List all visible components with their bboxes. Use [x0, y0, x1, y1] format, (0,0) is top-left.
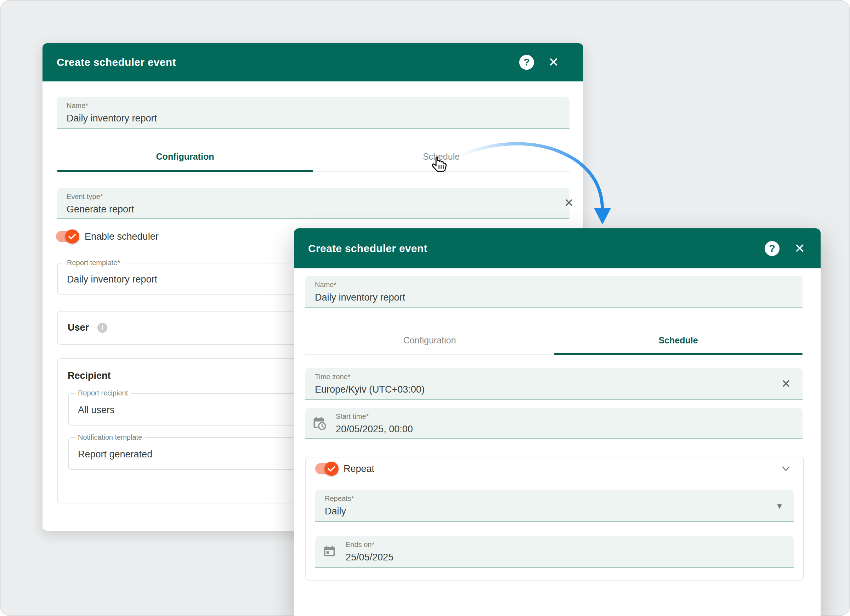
repeat-toggle-label: Repeat — [344, 463, 374, 474]
tab-configuration[interactable]: Configuration — [57, 151, 313, 162]
dialog-title: Create scheduler event — [57, 56, 176, 68]
repeat-toggle[interactable] — [315, 463, 337, 474]
question-mark-icon: ? — [524, 57, 530, 68]
event-type-label: Event type* — [67, 193, 103, 201]
check-icon — [328, 465, 335, 472]
close-icon: ✕ — [548, 55, 559, 69]
help-button[interactable]: ? — [519, 55, 534, 70]
close-icon: ✕ — [795, 241, 805, 256]
clear-icon[interactable]: ✕ — [564, 197, 574, 209]
time-zone-label: Time zone* — [315, 373, 350, 381]
report-template-value: Daily inventory report — [67, 274, 157, 285]
calendar-clock-icon — [312, 416, 327, 431]
time-zone-field[interactable]: Time zone* Europe/Kyiv (UTC+03:00) ✕ — [305, 368, 802, 400]
start-time-label: Start time* — [336, 413, 369, 420]
name-field-value: Daily inventory report — [67, 113, 157, 124]
notification-template-value: Report generated — [78, 449, 152, 460]
user-section-title: User — [67, 322, 89, 333]
recipient-section-title: Recipient — [67, 370, 111, 381]
enable-scheduler-label: Enable scheduler — [85, 231, 159, 242]
active-tab-indicator — [57, 170, 313, 172]
repeats-field[interactable]: Repeats* Daily ▼ — [315, 490, 794, 522]
close-button[interactable]: ✕ — [548, 56, 559, 69]
ends-on-label: Ends on* — [346, 541, 374, 549]
toggle-thumb — [65, 229, 79, 244]
create-scheduler-event-dialog-front: Create scheduler event ? ✕ Name* Daily i… — [294, 228, 821, 616]
info-icon[interactable]: i — [97, 323, 107, 333]
name-field-label: Name* — [67, 102, 88, 110]
question-mark-icon: ? — [769, 243, 775, 254]
repeats-label: Repeats* — [325, 495, 354, 503]
tab-schedule[interactable]: Schedule — [554, 335, 802, 345]
check-icon — [68, 233, 76, 240]
ends-on-field[interactable]: Ends on* 25/05/2025 — [315, 536, 794, 568]
ends-on-value: 25/05/2025 — [346, 552, 394, 563]
report-recipient-label: Report recipient — [75, 389, 131, 397]
start-time-field[interactable]: Start time* 20/05/2025, 00:00 — [305, 408, 802, 439]
notification-template-label: Notification template — [75, 433, 145, 441]
calendar-icon — [322, 544, 337, 559]
name-field-value: Daily inventory report — [315, 292, 405, 303]
event-type-value: Generate report — [67, 204, 134, 215]
dialog-header: Create scheduler event ? ✕ — [294, 228, 821, 268]
dropdown-arrow-icon[interactable]: ▼ — [776, 502, 783, 511]
repeats-value: Daily — [325, 506, 346, 517]
dialog-header: Create scheduler event ? ✕ — [42, 43, 583, 81]
enable-scheduler-toggle[interactable] — [56, 231, 77, 242]
name-field-label: Name* — [315, 281, 337, 289]
report-template-label: Report template* — [64, 259, 123, 267]
start-time-value: 20/05/2025, 00:00 — [336, 424, 413, 435]
app-background: Create scheduler event ? ✕ Name* Daily i… — [0, 0, 850, 616]
help-button[interactable]: ? — [765, 241, 780, 256]
hand-cursor-icon — [431, 156, 448, 177]
active-tab-indicator — [554, 353, 802, 355]
close-button[interactable]: ✕ — [795, 242, 805, 255]
repeat-section: Repeat Repeats* Daily ▼ Ends on* 25/05/2… — [305, 457, 804, 581]
event-type-field[interactable]: Event type* Generate report ✕ — [57, 188, 570, 219]
arrowhead-icon — [594, 208, 611, 224]
report-recipient-value: All users — [78, 405, 115, 416]
dialog-title: Create scheduler event — [308, 242, 428, 254]
clear-icon[interactable]: ✕ — [781, 378, 791, 389]
toggle-thumb — [325, 462, 338, 476]
tab-configuration[interactable]: Configuration — [305, 335, 554, 345]
name-field[interactable]: Name* Daily inventory report — [305, 276, 802, 308]
name-field[interactable]: Name* Daily inventory report — [57, 97, 570, 129]
time-zone-value: Europe/Kyiv (UTC+03:00) — [315, 384, 425, 395]
chevron-down-icon[interactable] — [780, 465, 792, 473]
